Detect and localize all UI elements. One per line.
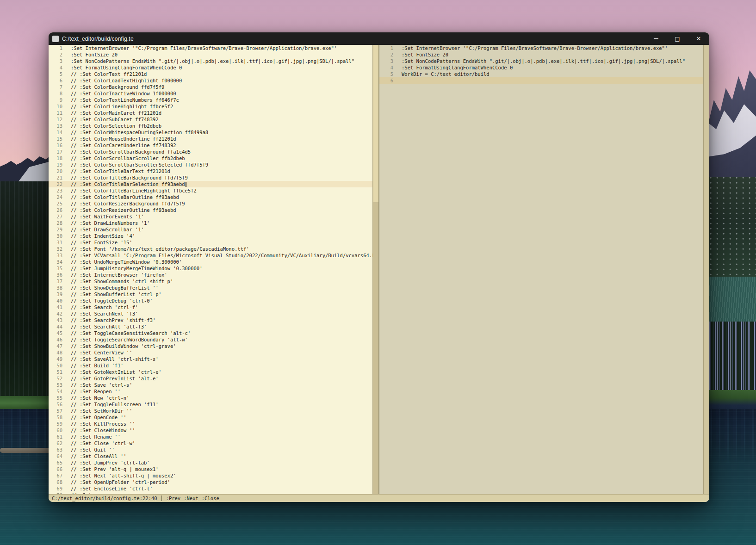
code-line[interactable]: 58// :Set OpenCode '' (49, 414, 372, 421)
code-line[interactable]: 22// :Set ColorTitleBarSelection ff93aeb… (49, 181, 372, 187)
code-line[interactable]: 49// :Set SaveAll 'ctrl-shift-s' (49, 356, 372, 362)
line-text: // :Set SearchPrev 'shift-f3' (62, 317, 155, 323)
code-line[interactable]: 28// :Set DrawLineNumbers '1' (49, 220, 372, 226)
code-line[interactable]: 34// :Set UndoMergeTimeWindow '0.300000' (49, 259, 372, 265)
code-line[interactable]: 45// :Set ToggleCaseSensitiveSearch 'alt… (49, 330, 372, 336)
code-line[interactable]: 63// :Set Quit '' (49, 446, 372, 453)
code-line[interactable]: 56// :Set ToggleFullscreen 'f11' (49, 401, 372, 408)
code-line[interactable]: 31// :Set FontSize '15' (49, 239, 372, 246)
code-line[interactable]: 50// :Set Build 'f1' (49, 362, 372, 369)
code-line[interactable]: 39// :Set ShowBufferList 'ctrl-p' (49, 291, 372, 297)
code-line[interactable]: 5// :Set ColorText ff21201d (49, 71, 372, 77)
code-line[interactable]: 17// :Set ColorScrollbarBackground ffa1c… (49, 149, 372, 155)
code-line[interactable]: 8// :Set ColorInactiveWindow 1f000000 (49, 90, 372, 97)
code-line[interactable]: 70// :Set (49, 492, 372, 494)
code-line[interactable]: 6 (379, 77, 709, 84)
scrollbar-thumb[interactable] (373, 45, 378, 202)
code-line[interactable]: 25// :Set ColorResizerBackground ffd7f5f… (49, 200, 372, 207)
code-line[interactable]: 46// :Set ToggleSearchWordBoundary 'alt-… (49, 336, 372, 343)
code-line[interactable]: 21// :Set ColorTitleBarBackground ffd7f5… (49, 174, 372, 181)
code-line[interactable]: 3:Set NonCodePatterns_EndsWith ".git/|.o… (49, 58, 372, 64)
line-number: 43 (49, 317, 62, 323)
line-number: 34 (49, 259, 62, 265)
code-line[interactable]: 9// :Set ColorTextLineNumbers ff646f7c (49, 97, 372, 103)
code-line[interactable]: 27// :Set WaitForEvents '1' (49, 213, 372, 220)
code-line[interactable]: 66// :Set Prev 'alt-q | mousex1' (49, 466, 372, 472)
code-line[interactable]: 1:Set InternetBrowser '"C:/Program Files… (379, 45, 709, 51)
code-line[interactable]: 4:Set FormatUsingClangFormatWhenCCode 0 (379, 64, 709, 71)
code-line[interactable]: 65// :Set JumpPrev 'ctrl-tab' (49, 459, 372, 466)
line-number: 59 (49, 421, 62, 427)
line-number: 50 (49, 362, 62, 369)
status-command-prev[interactable]: :Prev (166, 495, 181, 501)
code-line[interactable]: 40// :Set ToggleDebug 'ctrl-0' (49, 297, 372, 304)
code-line[interactable]: 12// :Set ColorSubCaret ff748392 (49, 116, 372, 123)
code-line[interactable]: 61// :Set Rename '' (49, 434, 372, 440)
code-line[interactable]: 23// :Set ColorTitleBarLineHighlight ffb… (49, 187, 372, 194)
code-line[interactable]: 16// :Set ColorCaretUnderline ff748392 (49, 142, 372, 149)
editor-pane-inactive[interactable]: 1:Set InternetBrowser '"C:/Program Files… (379, 45, 709, 494)
scrollbar-right[interactable] (703, 45, 709, 494)
code-line[interactable]: 2:Set FontSize 20 (379, 51, 709, 58)
code-line[interactable]: 35// :Set JumpHistoryMergeTimeWindow '0.… (49, 265, 372, 272)
code-line[interactable]: 11// :Set ColorMainCaret ff21201d (49, 110, 372, 116)
code-line[interactable]: 14// :Set ColorWhitespaceDuringSelection… (49, 129, 372, 136)
code-line[interactable]: 42// :Set SearchNext 'f3' (49, 310, 372, 317)
code-line[interactable]: 5WorkDir = C:/text_editor/build (379, 71, 709, 77)
code-line[interactable]: 57// :Set SetWorkDir '' (49, 408, 372, 414)
code-line[interactable]: 36// :Set InternetBrowser 'firefox' (49, 272, 372, 278)
code-line[interactable]: 24// :Set ColorTitleBarOutline ff93aebd (49, 194, 372, 200)
code-line[interactable]: 6// :Set ColorLoadTextHighlight f000000 (49, 77, 372, 84)
minimize-button[interactable]: ─ (645, 32, 667, 45)
line-number: 56 (49, 401, 62, 408)
status-command-close[interactable]: :Close (202, 495, 219, 501)
code-line[interactable]: 13// :Set ColorSelection ffb2dbeb (49, 123, 372, 129)
code-line[interactable]: 43// :Set SearchPrev 'shift-f3' (49, 317, 372, 323)
code-line[interactable]: 48// :Set CenterView '' (49, 349, 372, 356)
code-line[interactable]: 19// :Set ColorScrollbarScrollerSelected… (49, 161, 372, 168)
maximize-button[interactable]: □ (667, 32, 688, 45)
code-line[interactable]: 30// :Set IndentSize '4' (49, 233, 372, 239)
code-line[interactable]: 54// :Set Reopen '' (49, 388, 372, 395)
code-line[interactable]: 67// :Set Next 'alt-shift-q | mousex2' (49, 472, 372, 479)
code-line[interactable]: 53// :Set Save 'ctrl-s' (49, 382, 372, 388)
line-text: // :Set SaveAll 'ctrl-shift-s' (62, 356, 159, 362)
code-line[interactable]: 10// :Set ColorLineHighlight ffbce5f2 (49, 103, 372, 110)
line-text: :Set InternetBrowser '"C:/Program Files/… (393, 45, 668, 51)
code-line[interactable]: 26// :Set ColorResizerOutline ff93aebd (49, 207, 372, 213)
line-number: 61 (49, 434, 62, 440)
code-line[interactable]: 44// :Set SearchAll 'alt-f3' (49, 323, 372, 330)
code-line[interactable]: 51// :Set GotoNextInList 'ctrl-e' (49, 369, 372, 375)
code-line[interactable]: 2:Set FontSize 20 (49, 51, 372, 58)
scrollbar-left[interactable] (372, 45, 378, 494)
code-line[interactable]: 68// :Set OpenUpFolder 'ctrl-period' (49, 479, 372, 485)
code-line[interactable]: 59// :Set KillProcess '' (49, 421, 372, 427)
code-line[interactable]: 15// :Set ColorMouseUnderline ff21201d (49, 136, 372, 142)
titlebar[interactable]: C:/text_editor/build/config.te ─ □ ✕ (49, 32, 709, 45)
code-line[interactable]: 32// :Set Font '/home/krz/text_editor/pa… (49, 246, 372, 252)
code-line[interactable]: 3:Set NonCodePatterns_EndsWith ".git/|.o… (379, 58, 709, 64)
status-separator-icon (161, 495, 162, 501)
code-line[interactable]: 7// :Set ColorBackground ffd7f5f9 (49, 84, 372, 90)
line-number: 2 (49, 51, 62, 58)
editor-pane-active[interactable]: 1:Set InternetBrowser '"C:/Program Files… (49, 45, 372, 494)
code-line[interactable]: 18// :Set ColorScrollbarScroller ffb2dbe… (49, 155, 372, 161)
code-line[interactable]: 64// :Set CloseAll '' (49, 453, 372, 459)
code-line[interactable]: 41// :Set Search 'ctrl-f' (49, 304, 372, 310)
code-line[interactable]: 55// :Set New 'ctrl-n' (49, 395, 372, 401)
code-line[interactable]: 29// :Set DrawScrollbar '1' (49, 226, 372, 233)
status-command-next[interactable]: :Next (184, 495, 198, 501)
code-line[interactable]: 4:Set FormatUsingClangFormatWhenCCode 0 (49, 64, 372, 71)
code-line[interactable]: 37// :Set ShowCommands 'ctrl-shift-p' (49, 278, 372, 285)
code-line[interactable]: 38// :Set ShowDebugBufferList '' (49, 285, 372, 291)
code-line[interactable]: 52// :Set GotoPrevInList 'alt-e' (49, 375, 372, 382)
code-line[interactable]: 33// :Set VCVarsall 'C:/Program Files/Mi… (49, 252, 372, 259)
code-line[interactable]: 62// :Set Close 'ctrl-w' (49, 440, 372, 446)
close-button[interactable]: ✕ (688, 32, 709, 45)
line-number: 69 (49, 485, 62, 492)
code-line[interactable]: 47// :Set ShowBuildWindow 'ctrl-grave' (49, 343, 372, 349)
code-line[interactable]: 20// :Set ColorTitleBarText ff21201d (49, 168, 372, 174)
code-line[interactable]: 60// :Set CloseWindow '' (49, 427, 372, 434)
code-line[interactable]: 1:Set InternetBrowser '"C:/Program Files… (49, 45, 372, 51)
code-line[interactable]: 69// :Set EncloseLine 'ctrl-l' (49, 485, 372, 492)
